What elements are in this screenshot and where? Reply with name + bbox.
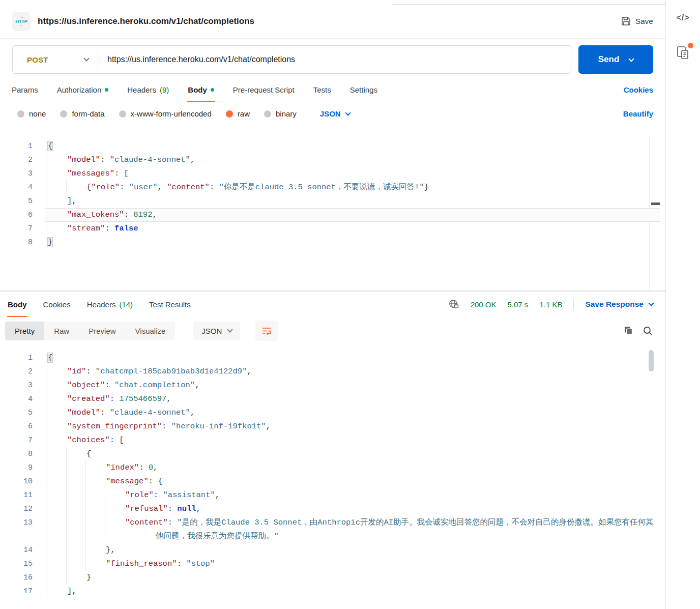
- code-line-content: "id": "chatcmpl-185cab91bab3d1e4122d9",: [45, 365, 660, 379]
- token: "created": [67, 394, 110, 403]
- line-number: 16: [12, 571, 45, 585]
- token: "stop": [186, 559, 215, 568]
- response-body-viewer[interactable]: 1{2"id": "chatcmpl-185cab91bab3d1e4122d9…: [12, 348, 660, 598]
- body-mode-none[interactable]: none: [17, 109, 46, 118]
- code-line-content: "object": "chat.completion",: [45, 379, 660, 392]
- tab-authorization[interactable]: Authorization: [56, 78, 109, 102]
- token: "max_tokens": [67, 210, 124, 219]
- code-line-content: }: [45, 571, 660, 585]
- tab-params[interactable]: Params: [11, 78, 39, 102]
- tab-tests[interactable]: Tests: [313, 78, 332, 102]
- response-view-toolbar: PrettyRawPreviewVisualize JSON: [5, 320, 653, 342]
- token: "content": [167, 183, 210, 192]
- line-number: 10: [12, 475, 45, 488]
- view-visualize[interactable]: Visualize: [126, 322, 176, 340]
- response-tab-cookies[interactable]: Cookies: [43, 293, 71, 316]
- code-line: 5"model": "claude-4-sonnet",: [12, 406, 660, 420]
- tab-strip-edge: [392, 0, 665, 5]
- tab-headers[interactable]: Headers(9): [127, 78, 169, 102]
- tab-settings[interactable]: Settings: [349, 78, 378, 102]
- indent-guide: [47, 392, 47, 406]
- token: "model": [67, 408, 100, 417]
- code-line: 4"created": 1755466597,: [12, 392, 660, 406]
- indent-guide: [47, 516, 47, 543]
- line-number: 17: [12, 585, 45, 598]
- radio-icon: [264, 110, 271, 118]
- response-language-selector[interactable]: JSON: [193, 322, 240, 340]
- token: :: [105, 224, 114, 233]
- token: "content": [125, 518, 168, 527]
- line-number: 2: [12, 365, 45, 379]
- code-line: 3"object": "chat.completion",: [12, 379, 660, 392]
- tab-pre-request-script[interactable]: Pre-request Script: [232, 78, 295, 102]
- code-line-content: "messages": [: [45, 167, 660, 181]
- url-input[interactable]: https://us.inference.heroku.com/v1/chat/…: [98, 55, 304, 64]
- view-raw[interactable]: Raw: [44, 322, 79, 340]
- response-status: 200 OK 5.07 s 1.1 KB Save Response: [448, 299, 653, 310]
- response-tab-body[interactable]: Body: [7, 293, 27, 316]
- response-tab-test-results[interactable]: Test Results: [149, 293, 191, 316]
- cookies-link[interactable]: Cookies: [624, 85, 653, 94]
- token: :: [162, 422, 171, 431]
- view-pretty[interactable]: Pretty: [5, 322, 44, 340]
- documentation-icon: [677, 46, 690, 60]
- line-number: 6: [12, 208, 45, 222]
- chevron-down-icon: [648, 300, 654, 306]
- indent-guide: [85, 502, 86, 516]
- code-line-content: {"role": "user", "content": "你是不是claude …: [45, 181, 660, 194]
- indent-guide: [66, 516, 67, 543]
- body-mode-binary[interactable]: binary: [264, 109, 297, 118]
- search-icon[interactable]: [643, 326, 653, 336]
- tab-body[interactable]: Body: [187, 78, 215, 102]
- tab-label: Settings: [350, 85, 377, 94]
- body-language-selector[interactable]: JSON: [320, 109, 350, 118]
- line-number: 1: [12, 139, 45, 153]
- line-number: 7: [12, 222, 45, 236]
- token: :: [100, 408, 110, 417]
- copy-icon[interactable]: [623, 326, 633, 336]
- save-response-button[interactable]: Save Response: [585, 300, 653, 309]
- indent-guide: [47, 420, 47, 433]
- view-preview[interactable]: Preview: [79, 322, 125, 340]
- code-line-content: "index": 0,: [45, 461, 660, 475]
- save-floppy-icon: [621, 16, 631, 26]
- request-tabs: ParamsAuthorizationHeaders(9)BodyPre-req…: [11, 78, 653, 102]
- green-dot-icon: [105, 88, 108, 92]
- code-line-content: "message": {: [45, 475, 660, 488]
- token: :: [154, 490, 163, 500]
- wrap-lines-button[interactable]: [255, 321, 278, 341]
- token: "是的，我是Claude 3.5 Sonnet，由Anthropic开发的AI助…: [156, 518, 654, 541]
- response-tab-headers[interactable]: Headers(14): [86, 293, 133, 316]
- token: ,: [152, 210, 157, 219]
- code-line-content: "refusal": null,: [45, 502, 660, 516]
- send-button[interactable]: Send: [578, 45, 653, 74]
- token: "chatcmpl-185cab91bab3d1e4122d9": [96, 367, 247, 376]
- body-mode-x-www-form-urlencoded[interactable]: x-www-form-urlencoded: [119, 109, 212, 118]
- code-line: 2"model": "claude-4-sonnet",: [12, 153, 660, 167]
- body-mode-label: form-data: [72, 109, 104, 118]
- code-line: 1{: [12, 139, 660, 153]
- radio-icon: [17, 110, 24, 118]
- indent-guide: [85, 543, 86, 557]
- beautify-link[interactable]: Beautify: [623, 109, 653, 118]
- body-mode-form-data[interactable]: form-data: [60, 109, 104, 118]
- status-size: 1.1 KB: [539, 300, 562, 309]
- response-tab-label: Test Results: [149, 300, 191, 309]
- line-number: 4: [12, 392, 45, 406]
- token: ],: [67, 587, 77, 596]
- request-body-editor[interactable]: 1{2"model": "claude-4-sonnet",3"messages…: [12, 136, 660, 291]
- code-line: 16}: [12, 571, 660, 585]
- send-options-chevron-icon[interactable]: [629, 56, 634, 62]
- tab-label: Pre-request Script: [233, 85, 295, 94]
- body-mode-raw[interactable]: raw: [226, 109, 250, 118]
- tab-label: Headers: [127, 85, 156, 94]
- method-selector[interactable]: POST: [13, 46, 98, 73]
- token: "messages": [67, 169, 114, 178]
- http-arrow-down-icon: ←: [19, 23, 23, 27]
- documentation-button[interactable]: [677, 46, 690, 60]
- indent-guide: [105, 502, 105, 516]
- tab-label: Authorization: [57, 85, 102, 94]
- code-snippet-icon[interactable]: </>: [676, 13, 689, 22]
- token: :: [139, 463, 149, 472]
- save-button[interactable]: Save: [621, 16, 653, 26]
